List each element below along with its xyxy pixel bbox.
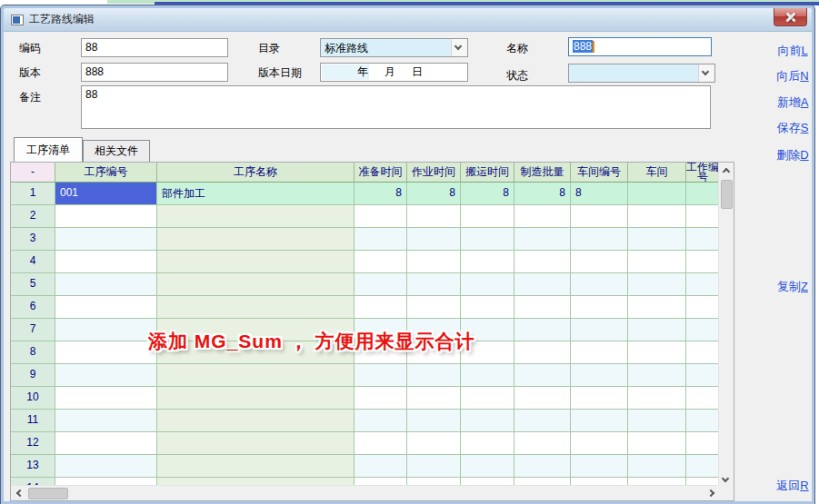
- cell-prep-time[interactable]: [355, 455, 407, 478]
- cell-move-time[interactable]: [461, 296, 514, 319]
- cell-batch-qty[interactable]: [514, 387, 571, 410]
- cell-workshop[interactable]: [628, 205, 686, 228]
- cell-workshop[interactable]: [628, 432, 686, 455]
- name-input[interactable]: 888: [568, 37, 712, 56]
- vertical-scroll-thumb[interactable]: [721, 180, 733, 209]
- cell-batch-qty[interactable]: [514, 410, 571, 432]
- cell-workshop-code[interactable]: [571, 251, 628, 273]
- title-bar[interactable]: 工艺路线编辑: [4, 8, 812, 32]
- row-number[interactable]: 1: [11, 183, 55, 205]
- cell-prep-time[interactable]: [355, 410, 407, 432]
- cell-workshop-code[interactable]: [571, 410, 628, 432]
- cell-work-center[interactable]: [686, 183, 720, 205]
- cell-workshop-code[interactable]: [571, 273, 628, 296]
- copy-button[interactable]: 复制Z: [764, 279, 812, 295]
- vertical-scrollbar[interactable]: [718, 163, 734, 487]
- cell-batch-qty[interactable]: [514, 455, 571, 478]
- cell-op-name[interactable]: [157, 364, 355, 387]
- cell-prep-time[interactable]: [355, 228, 407, 251]
- cell-workshop-code[interactable]: [571, 432, 628, 455]
- tab-process-list[interactable]: 工序清单: [14, 137, 83, 162]
- cell-move-time[interactable]: [461, 455, 514, 478]
- cell-prep-time[interactable]: [355, 205, 407, 228]
- cell-op-code[interactable]: [55, 251, 157, 273]
- cell-work-time[interactable]: [407, 410, 461, 432]
- cell-move-time[interactable]: [461, 251, 514, 273]
- cell-op-code[interactable]: [55, 296, 157, 319]
- cell-work-center[interactable]: [686, 410, 720, 432]
- tab-related-files[interactable]: 相关文件: [83, 140, 150, 162]
- cell-op-name[interactable]: [157, 273, 355, 296]
- version-date-input[interactable]: 年 月 日: [320, 63, 468, 82]
- cell-work-time[interactable]: [407, 432, 461, 455]
- cell-batch-qty[interactable]: [514, 364, 571, 387]
- cell-work-center[interactable]: [686, 273, 720, 296]
- cell-work-time[interactable]: [407, 205, 461, 228]
- cell-workshop-code[interactable]: [571, 364, 628, 387]
- cell-op-code[interactable]: [55, 410, 157, 432]
- header-cell-batch-qty[interactable]: 制造批量: [514, 163, 571, 183]
- code-input[interactable]: 88: [81, 38, 228, 57]
- cell-op-name[interactable]: 部件加工: [157, 183, 355, 205]
- cell-op-code[interactable]: [55, 341, 157, 364]
- cell-prep-time[interactable]: [355, 432, 407, 455]
- status-dropdown-button[interactable]: [698, 64, 714, 82]
- catalog-combobox[interactable]: 标准路线: [320, 38, 468, 57]
- cell-op-code[interactable]: [55, 364, 157, 387]
- cell-op-code[interactable]: [55, 319, 157, 341]
- scroll-up-button[interactable]: [719, 163, 734, 178]
- cell-workshop[interactable]: [628, 273, 686, 296]
- cell-workshop[interactable]: [628, 251, 686, 273]
- cell-workshop-code[interactable]: [571, 205, 628, 228]
- row-number[interactable]: 8: [11, 341, 55, 364]
- header-cell-row-selector[interactable]: -: [11, 163, 55, 183]
- cell-work-time[interactable]: [407, 228, 461, 251]
- row-number[interactable]: 3: [11, 228, 55, 251]
- cell-move-time[interactable]: [461, 410, 514, 432]
- cell-batch-qty[interactable]: [514, 432, 571, 455]
- cell-workshop[interactable]: [628, 410, 686, 432]
- cell-op-name[interactable]: [157, 251, 355, 273]
- cell-work-center[interactable]: [686, 455, 720, 478]
- forward-button[interactable]: 向前L: [764, 43, 812, 59]
- cell-work-center[interactable]: [686, 319, 720, 341]
- cell-op-code[interactable]: 001: [55, 183, 157, 205]
- cell-workshop[interactable]: [628, 387, 686, 410]
- cell-op-code[interactable]: [55, 387, 157, 410]
- cell-move-time[interactable]: [461, 387, 514, 410]
- header-cell-move-time[interactable]: 搬运时间: [461, 163, 514, 183]
- cell-workshop[interactable]: [628, 296, 686, 319]
- cell-op-name[interactable]: [157, 296, 355, 319]
- cell-batch-qty[interactable]: [514, 251, 571, 273]
- cell-work-time[interactable]: [407, 387, 461, 410]
- cell-op-name[interactable]: [157, 432, 355, 455]
- cell-work-time[interactable]: [407, 455, 461, 478]
- cell-move-time[interactable]: [461, 273, 514, 296]
- cell-batch-qty[interactable]: [514, 205, 571, 228]
- row-number[interactable]: 12: [11, 432, 55, 455]
- cell-workshop-code[interactable]: [571, 387, 628, 410]
- cell-op-code[interactable]: [55, 455, 157, 478]
- cell-op-name[interactable]: [157, 387, 355, 410]
- header-cell-work-center[interactable]: 工作编号: [686, 163, 720, 183]
- row-number[interactable]: 11: [11, 410, 55, 432]
- cell-work-center[interactable]: [686, 251, 720, 273]
- cell-work-time[interactable]: 8: [407, 183, 461, 205]
- row-number[interactable]: 6: [11, 296, 55, 319]
- catalog-dropdown-button[interactable]: [451, 39, 467, 56]
- row-number[interactable]: 9: [11, 364, 55, 387]
- header-cell-prep-time[interactable]: 准备时间: [355, 163, 407, 183]
- cell-op-code[interactable]: [55, 432, 157, 455]
- horizontal-scroll-thumb[interactable]: [28, 488, 68, 499]
- cell-prep-time[interactable]: [355, 387, 407, 410]
- cell-work-time[interactable]: [407, 296, 461, 319]
- cell-prep-time[interactable]: 8: [355, 183, 407, 205]
- cell-workshop-code[interactable]: [571, 228, 628, 251]
- row-number[interactable]: 2: [11, 205, 55, 228]
- cell-workshop-code[interactable]: [571, 455, 628, 478]
- cell-workshop[interactable]: [628, 364, 686, 387]
- cell-work-time[interactable]: [407, 251, 461, 273]
- cell-prep-time[interactable]: [355, 364, 407, 387]
- cell-work-center[interactable]: [686, 364, 720, 387]
- cell-workshop[interactable]: [628, 455, 686, 478]
